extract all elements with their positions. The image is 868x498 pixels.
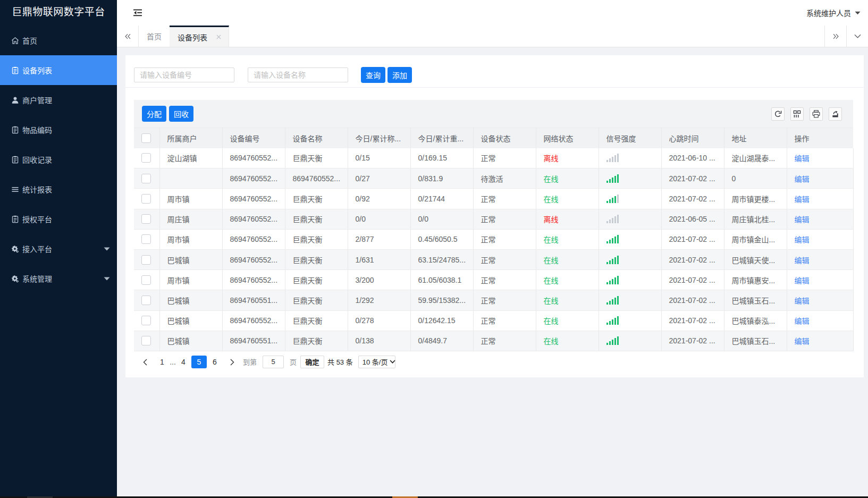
row-checkbox[interactable] <box>141 336 151 345</box>
device-name-input[interactable] <box>248 67 348 82</box>
edit-link[interactable]: 编辑 <box>795 276 810 285</box>
gear-icon <box>11 245 19 253</box>
table-toolbar: 分配 回收 <box>134 100 853 128</box>
network-status-badge: 在线 <box>544 317 559 325</box>
address-cell: 0 <box>724 168 787 189</box>
tab-2[interactable]: 设备列表 <box>170 26 229 47</box>
page-button-5[interactable]: 5 <box>191 356 207 368</box>
row-checkbox[interactable] <box>141 174 151 183</box>
table-row-6: 巴城镇8694760552...巨鼎天衡1/63163.15/24785...正… <box>134 249 853 269</box>
weight-cell: 61.05/6038.1 <box>410 270 473 290</box>
edit-link[interactable]: 编辑 <box>795 256 810 265</box>
edit-link[interactable]: 编辑 <box>795 337 810 345</box>
sidebar-item-4[interactable]: 物品编码 <box>0 115 117 145</box>
row-checkbox[interactable] <box>141 275 151 285</box>
signal-cell <box>599 249 661 269</box>
sidebar-item-2[interactable]: 设备列表 <box>0 55 117 85</box>
weight-cell: 0/21744 <box>410 189 473 209</box>
sidebar-item-label: 接入平台 <box>22 243 52 254</box>
page-button-4[interactable]: 4 <box>178 358 189 366</box>
sidebar-item-9[interactable]: 系统管理 <box>0 264 117 293</box>
page-size-value: 10 条/页 <box>363 357 388 367</box>
signal-cell <box>599 189 661 209</box>
signal-strength-icon <box>606 296 658 305</box>
device-no-cell: 8694760552... <box>222 229 285 249</box>
sidebar-collapse-icon[interactable] <box>133 9 142 16</box>
column-header: 操作 <box>787 128 853 148</box>
column-header: 地址 <box>724 128 787 148</box>
tabs-scroll-right-button[interactable] <box>824 26 846 47</box>
sidebar-item-3[interactable]: 商户管理 <box>0 85 117 115</box>
doc-icon <box>11 66 19 74</box>
device-name-cell: 巨鼎天衡 <box>285 229 348 249</box>
device-list-panel: 查询 添加 分配 回收 <box>125 55 864 377</box>
page-button-1[interactable]: 1 <box>157 358 167 366</box>
edit-link[interactable]: 编辑 <box>795 154 810 163</box>
heartbeat-cell: 2021-07-02 ... <box>661 270 724 290</box>
page-button-6[interactable]: 6 <box>209 358 220 366</box>
tab-close-icon[interactable] <box>216 35 221 39</box>
device-name-cell: 巨鼎天衡 <box>285 290 348 310</box>
signal-strength-icon <box>606 195 658 203</box>
device-status-cell: 正常 <box>473 229 536 249</box>
sidebar-item-label: 系统管理 <box>22 273 52 284</box>
recycle-button[interactable]: 回收 <box>169 106 193 122</box>
device-code-input[interactable] <box>134 67 234 82</box>
signal-cell <box>599 168 661 189</box>
user-name: 系统维护人员 <box>806 7 851 18</box>
jump-confirm-button[interactable]: 确定 <box>300 356 324 368</box>
assign-button[interactable]: 分配 <box>142 106 166 122</box>
row-checkbox[interactable] <box>141 234 151 244</box>
address-cell: 周市镇惠安... <box>724 270 787 290</box>
sidebar-item-8[interactable]: 接入平台 <box>0 234 117 264</box>
print-button[interactable] <box>810 107 823 121</box>
column-header: 设备编号 <box>222 128 285 148</box>
network-status-cell: 在线 <box>536 290 599 310</box>
row-checkbox[interactable] <box>141 214 151 224</box>
select-all-checkbox[interactable] <box>141 133 151 143</box>
network-status-cell: 在线 <box>536 331 599 351</box>
tab-1[interactable]: 首页 <box>139 26 170 47</box>
action-cell: 编辑 <box>787 209 853 229</box>
edit-link[interactable]: 编辑 <box>795 175 810 183</box>
next-page-button[interactable] <box>227 358 238 366</box>
edit-link[interactable]: 编辑 <box>795 317 810 325</box>
jump-page-input[interactable] <box>263 356 284 368</box>
page-size-select[interactable]: 10 条/页 <box>358 356 395 368</box>
jump-prefix-label: 到第 <box>243 357 257 367</box>
user-dropdown[interactable]: 系统维护人员 <box>806 0 861 26</box>
edit-link[interactable]: 编辑 <box>795 215 810 224</box>
column-settings-button[interactable] <box>790 107 804 121</box>
sidebar-item-5[interactable]: 回收记录 <box>0 145 117 174</box>
row-checkbox[interactable] <box>141 153 151 163</box>
add-button[interactable]: 添加 <box>387 67 412 83</box>
row-checkbox[interactable] <box>141 194 151 204</box>
action-cell: 编辑 <box>787 168 853 189</box>
row-checkbox[interactable] <box>141 255 151 265</box>
address-cell: 巴城镇玉石... <box>724 331 787 351</box>
count-cell: 0/278 <box>348 310 410 331</box>
network-status-badge: 在线 <box>544 297 559 305</box>
merchant-cell: 周庄镇 <box>159 209 222 229</box>
row-checkbox[interactable] <box>141 316 151 325</box>
edit-link[interactable]: 编辑 <box>795 297 810 305</box>
export-button[interactable] <box>829 107 842 121</box>
sidebar-item-label: 商户管理 <box>22 95 52 105</box>
sidebar-item-label: 授权平台 <box>22 214 52 224</box>
count-cell: 1/631 <box>348 249 410 269</box>
edit-link[interactable]: 编辑 <box>795 195 810 204</box>
chevron-right-icon <box>230 359 235 366</box>
sidebar-item-1[interactable]: 首页 <box>0 26 117 55</box>
refresh-button[interactable] <box>771 107 785 121</box>
query-button[interactable]: 查询 <box>361 67 385 83</box>
row-checkbox-cell <box>134 168 159 189</box>
edit-link[interactable]: 编辑 <box>795 235 810 244</box>
row-checkbox[interactable] <box>141 296 151 305</box>
tabs-menu-button[interactable] <box>846 26 868 47</box>
signal-cell <box>599 229 661 249</box>
submenu-caret-down-icon <box>104 277 110 281</box>
tabs-scroll-left-button[interactable] <box>117 26 139 47</box>
sidebar-item-6[interactable]: 统计报表 <box>0 174 117 204</box>
sidebar-item-7[interactable]: 授权平台 <box>0 204 117 234</box>
prev-page-button[interactable] <box>140 358 150 366</box>
